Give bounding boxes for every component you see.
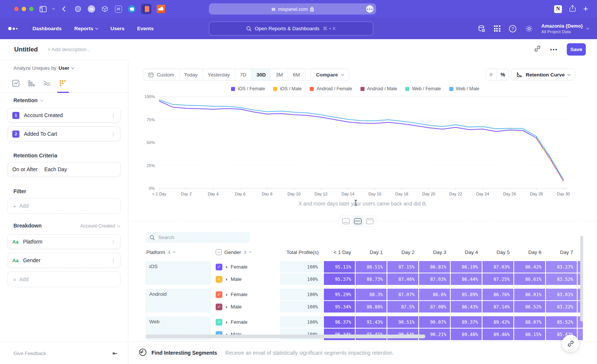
retention-value-cell[interactable]: 89.46% bbox=[482, 329, 513, 340]
retention-value-cell[interactable]: 83.27% bbox=[546, 261, 577, 273]
table-search[interactable] bbox=[146, 232, 250, 243]
legend-item[interactable]: iOS / Male bbox=[273, 86, 301, 91]
day-column-header[interactable]: Day 4 bbox=[451, 250, 482, 255]
collapse-sidebar-icon[interactable]: ⇤ bbox=[113, 350, 118, 357]
retention-value-cell[interactable]: 89.37% bbox=[451, 316, 482, 328]
tab-retention-active[interactable] bbox=[58, 79, 67, 88]
day-column-header[interactable]: < 1 Day bbox=[324, 250, 356, 255]
back-icon[interactable] bbox=[62, 6, 66, 12]
retention-value-cell[interactable]: 86.43% bbox=[451, 301, 482, 313]
gender-row-female[interactable]: ✓›Female bbox=[211, 289, 280, 300]
range-7d[interactable]: 7D bbox=[235, 69, 251, 80]
retention-value-cell[interactable]: 86.81% bbox=[419, 261, 450, 273]
retention-value-cell[interactable]: 95.34% bbox=[324, 301, 355, 313]
sidebar-toggle-icon[interactable] bbox=[40, 6, 47, 12]
day-column-header[interactable]: Day 3 bbox=[419, 250, 451, 255]
floating-share-link-button[interactable] bbox=[562, 335, 579, 352]
share-icon[interactable] bbox=[569, 5, 576, 13]
breakdown-gender[interactable]: Aa Gender ⋮ bbox=[7, 253, 121, 268]
range-today[interactable]: Today bbox=[179, 69, 203, 80]
legend-item[interactable]: Android / Female bbox=[310, 86, 352, 91]
expand-row-icon[interactable]: › bbox=[226, 319, 227, 325]
tab-flows[interactable] bbox=[43, 79, 51, 88]
bird-extension-icon[interactable] bbox=[128, 5, 136, 13]
legend-item[interactable]: Android / Male bbox=[360, 86, 397, 91]
collapse-all-checkbox[interactable]: − bbox=[216, 249, 222, 255]
retention-step-2[interactable]: 2 Added To Cart ⋮ bbox=[7, 126, 121, 141]
analyze-uniques-selector[interactable]: Analyze Uniques by User bbox=[13, 65, 74, 71]
chart-only-view-button[interactable] bbox=[341, 216, 351, 226]
range-3m[interactable]: 3M bbox=[271, 69, 288, 80]
tab-funnels[interactable] bbox=[27, 79, 36, 88]
retention-value-cell[interactable]: 85.52% bbox=[546, 316, 577, 328]
close-window-button[interactable] bbox=[14, 7, 19, 11]
legend-item[interactable]: Web / Male bbox=[449, 86, 479, 91]
percent-toggle-button[interactable]: % bbox=[497, 69, 509, 80]
retention-value-cell[interactable]: 88.3% bbox=[356, 289, 387, 300]
platform-cell[interactable]: Android bbox=[146, 289, 211, 313]
retention-value-cell[interactable]: 86.76% bbox=[482, 289, 513, 300]
retention-value-cell[interactable]: 83.01% bbox=[546, 289, 577, 300]
retention-value-cell[interactable]: 86.52% bbox=[514, 301, 545, 313]
copy-link-icon[interactable] bbox=[534, 45, 541, 54]
retention-value-cell[interactable]: 86.6% bbox=[419, 289, 450, 300]
expand-row-icon[interactable]: › bbox=[226, 304, 227, 310]
retention-value-cell[interactable]: 86.44% bbox=[451, 273, 482, 285]
retention-value-cell[interactable]: 86.01% bbox=[514, 289, 545, 300]
soundcloud-extension-icon[interactable] bbox=[157, 5, 165, 13]
range-6m[interactable]: 6M bbox=[288, 69, 305, 80]
expand-row-icon[interactable]: › bbox=[226, 292, 227, 297]
range-custom[interactable]: Custom bbox=[143, 69, 179, 80]
table-search-input[interactable] bbox=[158, 235, 233, 240]
legend-item[interactable]: Web / Female bbox=[405, 86, 441, 91]
add-breakdown-button[interactable]: +Add bbox=[7, 272, 121, 287]
platform-column-header[interactable]: Platform4 bbox=[146, 250, 211, 255]
retention-value-cell[interactable]: 87.14% bbox=[482, 301, 513, 313]
loop-extension-icon[interactable] bbox=[74, 5, 82, 13]
gender-row-female[interactable]: ✓›Female bbox=[211, 261, 280, 273]
kebab-menu-icon[interactable]: ⋮ bbox=[111, 239, 116, 245]
segments-title[interactable]: Find Interesting Segments bbox=[151, 350, 217, 356]
site-more-button[interactable]: ●●● bbox=[366, 5, 373, 13]
breakdown-event-selector[interactable]: Account Created bbox=[80, 223, 120, 229]
retention-value-cell[interactable]: 87.25% bbox=[482, 273, 513, 285]
m-extension-icon[interactable]: m bbox=[87, 5, 96, 13]
series-checkbox[interactable]: ✓ bbox=[216, 319, 222, 326]
gender-row-female[interactable]: ✓›Female bbox=[211, 316, 280, 328]
retention-value-cell[interactable]: 85.89% bbox=[451, 289, 482, 300]
day-column-header[interactable]: Day 5 bbox=[482, 250, 514, 255]
retention-value-cell[interactable]: 88.73% bbox=[356, 273, 387, 285]
global-search[interactable]: Open Reports & Dashboards ⌘ + K bbox=[209, 22, 373, 35]
vertical-scrollbar[interactable] bbox=[580, 236, 583, 321]
retention-value-cell[interactable]: 90.07% bbox=[419, 316, 450, 328]
tab-insights[interactable] bbox=[11, 79, 20, 88]
data-management-icon[interactable] bbox=[478, 25, 486, 33]
retention-value-cell[interactable]: 91.43% bbox=[356, 316, 387, 328]
kebab-menu-icon[interactable]: ⋮ bbox=[111, 258, 116, 263]
retention-criteria-selector[interactable]: On or After Each Day bbox=[7, 162, 121, 177]
series-checkbox[interactable]: ✓ bbox=[216, 276, 222, 283]
new-tab-icon[interactable]: + bbox=[583, 5, 588, 13]
cube-extension-icon[interactable] bbox=[101, 5, 109, 13]
retention-value-cell[interactable]: 89.48% bbox=[451, 329, 482, 340]
retention-value-cell[interactable]: 88.07% bbox=[514, 316, 545, 328]
day-column-header[interactable]: Day 2 bbox=[387, 250, 419, 255]
platform-cell[interactable]: iOS bbox=[146, 261, 211, 285]
count-toggle-button[interactable]: # bbox=[485, 69, 497, 80]
notion-icon[interactable]: N bbox=[554, 5, 562, 13]
expand-row-icon[interactable]: › bbox=[226, 264, 227, 270]
split-view-button[interactable] bbox=[353, 216, 363, 226]
breakdown-platform[interactable]: Aa Platform ⋮ bbox=[7, 234, 121, 249]
series-checkbox[interactable]: ✓ bbox=[216, 304, 222, 310]
day-column-header[interactable]: Day 7 bbox=[546, 250, 578, 255]
gender-row-male[interactable]: ✓›Male bbox=[211, 273, 280, 285]
retention-line-chart[interactable]: 0%25%50%75%100%< 1 DayDay 2Day 4Day 6Day… bbox=[128, 93, 582, 201]
table-only-view-button[interactable] bbox=[365, 216, 375, 226]
retention-value-cell[interactable]: 87.46% bbox=[387, 273, 418, 285]
mixpanel-logo[interactable] bbox=[8, 27, 18, 30]
nav-item-dashboards[interactable]: Dashboards bbox=[32, 26, 62, 31]
retention-value-cell[interactable]: 96.37% bbox=[324, 316, 355, 328]
retention-value-cell[interactable]: 87.5% bbox=[387, 301, 418, 313]
retention-value-cell[interactable]: 95.37% bbox=[324, 273, 355, 285]
gender-column-header[interactable]: − Gender3 bbox=[211, 249, 280, 255]
